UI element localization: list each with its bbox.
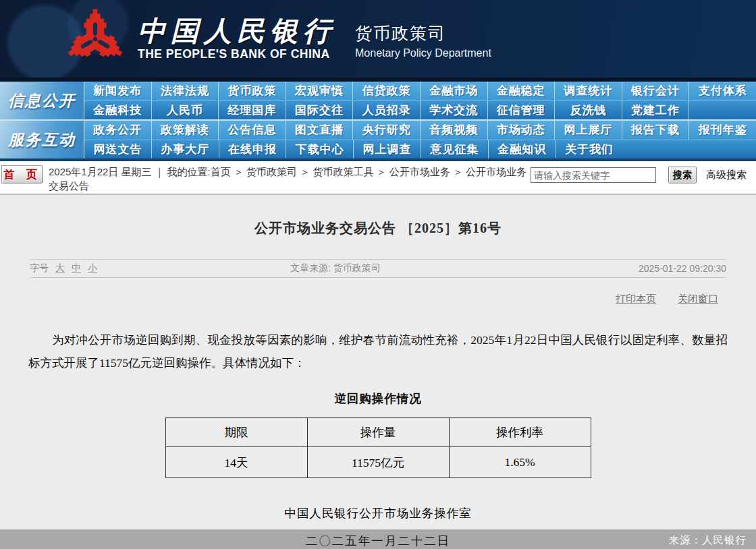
nav-item[interactable]: 征信管理: [488, 101, 556, 120]
nav-item-empty: [622, 140, 689, 159]
search-button[interactable]: 搜索: [668, 167, 697, 183]
nav-section-service-interaction: 服务互动 政务公开 政策解读 公告信息 图文直播 央行研究 音频视频 市场动态 …: [0, 121, 756, 158]
nav-item[interactable]: 央行研究: [353, 121, 421, 140]
nav-item[interactable]: 经理国库: [219, 101, 286, 120]
article-date: 二〇二五年一月二十二日: [0, 533, 756, 549]
nav-item[interactable]: 音频视频: [421, 121, 488, 140]
nav-item[interactable]: 报告下载: [622, 121, 690, 140]
nav-item[interactable]: 报刊年鉴: [689, 121, 756, 140]
nav-item[interactable]: 法律法规: [152, 82, 219, 100]
nav-item[interactable]: 金融市场: [421, 82, 488, 100]
nav-item[interactable]: 网上展厅: [555, 121, 622, 140]
main-navigation: 信息公开 新闻发布 法律法规 货币政策 宏观审慎 信贷政策 金融市场 金融稳定 …: [0, 78, 756, 161]
search-input[interactable]: [531, 167, 656, 183]
nav-section-label-info: 信息公开: [0, 82, 84, 119]
nav-item[interactable]: 网送文告: [84, 140, 152, 159]
nav-section-label-text: 服务互动: [8, 129, 76, 150]
nav-item[interactable]: 办事大厅: [152, 140, 219, 159]
nav-item[interactable]: 市场动态: [488, 121, 556, 140]
department-name-en: Monetary Policy Department: [355, 47, 491, 59]
nav-section-info-disclosure: 信息公开 新闻发布 法律法规 货币政策 宏观审慎 信贷政策 金融市场 金融稳定 …: [0, 82, 756, 119]
home-button[interactable]: 首 页: [1, 165, 43, 183]
breadcrumb-bar: 首 页 2025年1月22日 星期三 ｜ 我的位置:首页 ＞ 货币政策司 ＞ 货…: [0, 161, 756, 195]
article-paragraph: 为对冲公开市场逆回购到期、现金投放等因素的影响，维护春节前流动性充裕，2025年…: [28, 328, 728, 374]
font-size-large[interactable]: 大: [55, 262, 65, 274]
table-caption: 逆回购操作情况: [0, 391, 756, 407]
nav-item[interactable]: 金融稳定: [488, 82, 556, 100]
nav-item[interactable]: 图文直播: [286, 121, 354, 140]
site-header: 中国人民银行 THE PEOPLE'S BANK OF CHINA 货币政策司 …: [0, 0, 756, 78]
page-title: 公开市场业务交易公告 ［2025］第16号: [0, 195, 756, 237]
bank-name-en: THE PEOPLE'S BANK OF CHINA: [138, 47, 336, 61]
col-header-volume: 操作量: [307, 418, 449, 447]
department-name-cn: 货币政策司: [355, 22, 491, 45]
nav-item[interactable]: 货币政策: [219, 82, 286, 100]
font-size-label: 字号: [30, 262, 49, 274]
article-timestamp: 2025-01-22 09:20:30: [639, 263, 726, 274]
advanced-search-link[interactable]: 高级搜索: [706, 169, 747, 181]
nav-item[interactable]: 新闻发布: [84, 82, 152, 100]
nav-item-empty: [689, 101, 756, 120]
nav-item[interactable]: 关于我们: [556, 140, 623, 159]
font-size-medium[interactable]: 中: [72, 262, 81, 274]
nav-item-empty: [689, 140, 756, 159]
pboc-logo-icon: [62, 7, 128, 71]
nav-item[interactable]: 调查统计: [555, 82, 622, 100]
article-meta: 字号 大 中 小 文章来源: 货币政策司 2025-01-22 09:20:30: [30, 260, 726, 277]
nav-section-label-service: 服务互动: [0, 121, 84, 158]
nav-row-2: 金融科技 人民币 经理国库 国际交往 人员招录 学术交流 征信管理 反洗钱 党建…: [84, 101, 756, 120]
nav-item[interactable]: 意见征集: [421, 140, 489, 159]
nav-item[interactable]: 金融知识: [489, 140, 556, 159]
repo-operation-table: 期限 操作量 操作利率 14天 11575亿元 1.65%: [165, 417, 591, 478]
nav-row-3: 政务公开 政策解读 公告信息 图文直播 央行研究 音频视频 市场动态 网上展厅 …: [84, 121, 756, 140]
nav-item[interactable]: 金融科技: [84, 101, 152, 120]
table-row: 14天 11575亿元 1.65%: [165, 447, 591, 478]
nav-item[interactable]: 在线申报: [219, 140, 287, 159]
article-content: 公开市场业务交易公告 ［2025］第16号 字号 大 中 小 文章来源: 货币政…: [0, 195, 756, 549]
article-actions: 打印本页 关闭窗口: [0, 293, 718, 306]
font-size-controls: 字号 大 中 小: [30, 262, 290, 274]
department-block: 货币政策司 Monetary Policy Department: [355, 18, 491, 59]
nav-item[interactable]: 下载中心: [286, 140, 354, 159]
col-header-rate: 操作利率: [449, 418, 591, 447]
bank-name-cn: 中国人民银行: [138, 17, 336, 45]
search-box: 搜索 高级搜索: [531, 163, 747, 183]
nav-row-4: 网送文告 办事大厅 在线申报 下载中心 网上调查 意见征集 金融知识 关于我们: [84, 140, 756, 159]
article-signature: 中国人民银行公开市场业务操作室: [0, 505, 756, 521]
nav-menu-service: 政务公开 政策解读 公告信息 图文直播 央行研究 音频视频 市场动态 网上展厅 …: [84, 121, 756, 158]
cell-volume: 11575亿元: [307, 447, 449, 478]
nav-row-1: 新闻发布 法律法规 货币政策 宏观审慎 信贷政策 金融市场 金融稳定 调查统计 …: [84, 82, 756, 101]
cell-rate: 1.65%: [449, 447, 591, 478]
nav-item[interactable]: 人员招录: [353, 101, 421, 120]
bank-name-block: 中国人民银行 THE PEOPLE'S BANK OF CHINA: [138, 17, 336, 61]
nav-item[interactable]: 信贷政策: [353, 82, 421, 100]
nav-item[interactable]: 反洗钱: [555, 101, 622, 120]
nav-item[interactable]: 政策解读: [152, 121, 219, 140]
nav-item[interactable]: 银行会计: [622, 82, 690, 100]
nav-item[interactable]: 国际交往: [286, 101, 354, 120]
nav-item[interactable]: 网上调查: [354, 140, 421, 159]
nav-item[interactable]: 宏观审慎: [286, 82, 354, 100]
nav-item[interactable]: 支付体系: [689, 82, 756, 100]
nav-item[interactable]: 人民币: [152, 101, 219, 120]
article-source: 文章来源: 货币政策司: [290, 262, 639, 274]
nav-menu-info: 新闻发布 法律法规 货币政策 宏观审慎 信贷政策 金融市场 金融稳定 调查统计 …: [84, 82, 756, 119]
nav-item[interactable]: 政务公开: [84, 121, 152, 140]
nav-item[interactable]: 公告信息: [219, 121, 286, 140]
font-size-small[interactable]: 小: [88, 262, 97, 274]
close-window-link[interactable]: 关闭窗口: [678, 293, 718, 306]
nav-item[interactable]: 学术交流: [421, 101, 488, 120]
table-header-row: 期限 操作量 操作利率: [165, 418, 591, 447]
meta-divider-bottom: [30, 277, 726, 278]
cell-term: 14天: [165, 447, 307, 478]
col-header-term: 期限: [165, 418, 307, 447]
nav-item[interactable]: 党建工作: [622, 101, 690, 120]
breadcrumb[interactable]: 2025年1月22日 星期三 ｜ 我的位置:首页 ＞ 货币政策司 ＞ 货币政策工…: [49, 163, 529, 193]
print-page-link[interactable]: 打印本页: [616, 293, 656, 306]
nav-section-label-text: 信息公开: [8, 90, 76, 111]
